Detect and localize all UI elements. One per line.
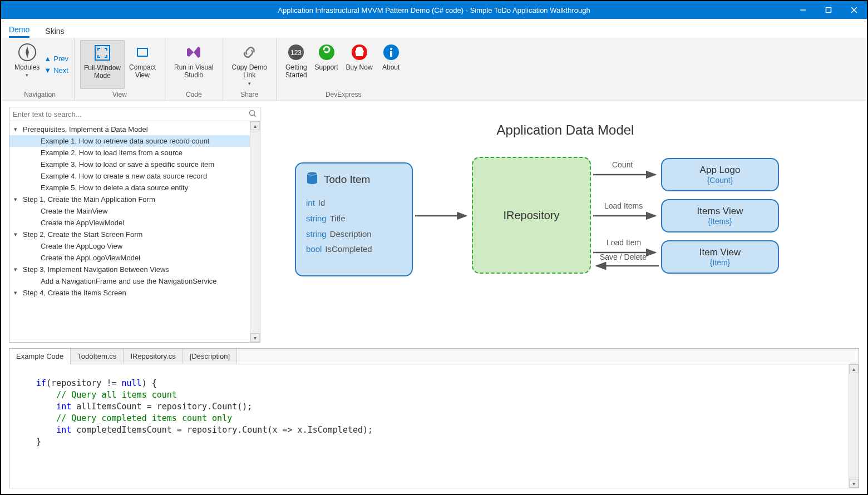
database-icon — [306, 171, 318, 187]
about-button[interactable]: About — [377, 40, 405, 89]
ribbon-group-code: Run in Visual Studio Code — [165, 38, 223, 101]
chevron-down-icon: ▾ — [14, 196, 21, 203]
ribbon-group-share: Copy Demo Link ▾ Share — [223, 38, 277, 101]
tree-group[interactable]: ▾Step 4, Create the Items Screen — [9, 287, 250, 299]
todo-field: stringDescription — [306, 226, 402, 242]
tree-group[interactable]: ▾Step 3, Implement Navigation Between Vi… — [9, 264, 250, 275]
triangle-down-icon: ▼ — [44, 66, 51, 75]
tree-item[interactable]: Example 4, How to create a new data sour… — [9, 170, 250, 182]
search-box[interactable] — [9, 107, 260, 121]
tree-item[interactable]: Example 3, How to load or save a specifi… — [9, 159, 250, 170]
window-title: Application Infrastructural MVVM Pattern… — [278, 6, 590, 14]
arrow-label-load-item: Load Item — [606, 238, 641, 247]
modules-button[interactable]: Modules ▾ — [11, 40, 43, 89]
tree-item[interactable]: Example 2, How to load items from a sour… — [9, 147, 250, 159]
tree-group[interactable]: ▾Step 1, Create the Main Application For… — [9, 194, 250, 205]
info-icon — [383, 42, 400, 62]
close-button[interactable] — [841, 1, 867, 19]
chevron-down-icon: ▾ — [248, 81, 251, 87]
tree-item[interactable]: Add a NavigationFrame and use the Naviga… — [9, 275, 250, 287]
chevron-down-icon: ▾ — [26, 72, 28, 78]
tree-item[interactable]: Create the AppLogo View — [9, 240, 250, 252]
irepository-box: IRepository — [472, 157, 591, 274]
arrow-todo-repo — [414, 212, 471, 219]
svg-rect-6 — [95, 46, 110, 60]
code-scrollbar[interactable]: ▴ ▾ — [849, 364, 859, 488]
items-view-box: Items View {Items} — [661, 199, 779, 232]
arrow-label-save-delete: Save / Delete — [600, 253, 647, 261]
search-input[interactable] — [13, 110, 249, 118]
chevron-down-icon: ▾ — [14, 231, 21, 238]
menu-tab-skins[interactable]: Skins — [45, 23, 64, 38]
next-button[interactable]: ▼Next — [44, 66, 68, 75]
buy-now-button[interactable]: Buy Now — [343, 40, 376, 89]
run-in-vs-button[interactable]: Run in Visual Studio — [171, 40, 217, 89]
tab-description[interactable]: [Description] — [183, 349, 237, 364]
tree-item[interactable]: Example 5, How to delete a data source e… — [9, 182, 250, 194]
arrow-save-delete — [592, 263, 660, 269]
visual-studio-icon — [185, 42, 203, 62]
tab-irepository-cs[interactable]: IRepository.cs — [124, 349, 183, 364]
arrow-load-items — [592, 212, 660, 219]
ribbon-group-devexpress: 123 Getting Started Support Buy Now Abou… — [277, 38, 411, 101]
arrow-label-load-items: Load Items — [604, 201, 643, 210]
scroll-up-arrow[interactable]: ▴ — [250, 121, 260, 130]
tree-scrollbar[interactable]: ▴ ▾ — [250, 121, 260, 342]
svg-line-16 — [254, 115, 257, 117]
ribbon-group-view: Full-Window Mode Compact View View — [75, 38, 165, 101]
tree-item[interactable]: Create the MainView — [9, 205, 250, 217]
scroll-down-arrow[interactable]: ▾ — [849, 479, 859, 488]
tree-item[interactable]: Create the AppViewModel — [9, 217, 250, 229]
menubar: Demo Skins — [1, 19, 867, 38]
fullscreen-icon — [94, 43, 111, 63]
svg-rect-14 — [390, 51, 392, 57]
tree-item[interactable]: Create the AppLogoViewModel — [9, 252, 250, 264]
arrow-label-count: Count — [612, 160, 633, 169]
search-icon[interactable] — [249, 110, 257, 119]
tree-view[interactable]: ▾Prerequisites, Implement a Data ModelEx… — [9, 121, 250, 342]
diagram-title: Application Data Model — [272, 122, 859, 138]
svg-rect-7 — [137, 48, 147, 56]
minimize-button[interactable] — [790, 1, 816, 19]
todo-field: intId — [306, 195, 402, 211]
svg-point-13 — [390, 48, 392, 50]
support-icon — [318, 42, 335, 62]
link-icon — [240, 42, 258, 62]
code-tabs: Example Code TodoItem.cs IRepository.cs … — [9, 349, 859, 364]
chevron-down-icon: ▾ — [14, 266, 21, 273]
scroll-down-arrow[interactable]: ▾ — [250, 333, 260, 342]
svg-text:123: 123 — [290, 49, 302, 57]
tree-item[interactable]: Example 1, How to retrieve data source r… — [9, 135, 250, 147]
diagram-area: Application Data Model Todo Item intIdst… — [272, 107, 859, 343]
menu-tab-demo[interactable]: Demo — [9, 22, 29, 38]
prev-button[interactable]: ▲Prev — [44, 55, 68, 63]
copy-demo-link-button[interactable]: Copy Demo Link ▾ — [229, 40, 270, 89]
getting-started-icon: 123 — [288, 42, 304, 62]
navigation-panel: ▾Prerequisites, Implement a Data ModelEx… — [9, 107, 260, 343]
arrow-count — [592, 171, 660, 178]
tab-example-code[interactable]: Example Code — [9, 349, 71, 364]
maximize-button[interactable] — [816, 1, 841, 19]
todo-field: stringTitle — [306, 211, 402, 226]
tree-group[interactable]: ▾Prerequisites, Implement a Data Model — [9, 123, 250, 135]
compact-icon — [134, 42, 151, 62]
getting-started-button[interactable]: 123 Getting Started — [282, 40, 310, 89]
todo-field: boolIsCompleted — [306, 241, 402, 257]
todo-item-box: Todo Item intIdstringTitlestringDescript… — [295, 162, 413, 276]
buy-icon — [351, 42, 368, 62]
support-button[interactable]: Support — [312, 40, 342, 89]
full-window-mode-button[interactable]: Full-Window Mode — [80, 40, 125, 89]
code-text: if(repository != null) { // Query all it… — [9, 364, 849, 488]
compact-view-button[interactable]: Compact View — [126, 40, 159, 89]
tab-todoitem-cs[interactable]: TodoItem.cs — [71, 349, 124, 364]
triangle-up-icon: ▲ — [44, 55, 51, 63]
titlebar: Application Infrastructural MVVM Pattern… — [1, 1, 867, 19]
ribbon: Modules ▾ ▲Prev ▼Next Navigation Full-Wi… — [1, 38, 867, 101]
ribbon-group-navigation: Modules ▾ ▲Prev ▼Next Navigation — [6, 38, 75, 101]
svg-rect-1 — [826, 8, 831, 13]
scroll-up-arrow[interactable]: ▴ — [849, 364, 859, 373]
chevron-down-icon: ▾ — [14, 126, 21, 133]
chevron-down-icon: ▾ — [14, 289, 21, 296]
tree-group[interactable]: ▾Step 2, Create the Start Screen Form — [9, 229, 250, 240]
svg-marker-5 — [26, 46, 29, 58]
